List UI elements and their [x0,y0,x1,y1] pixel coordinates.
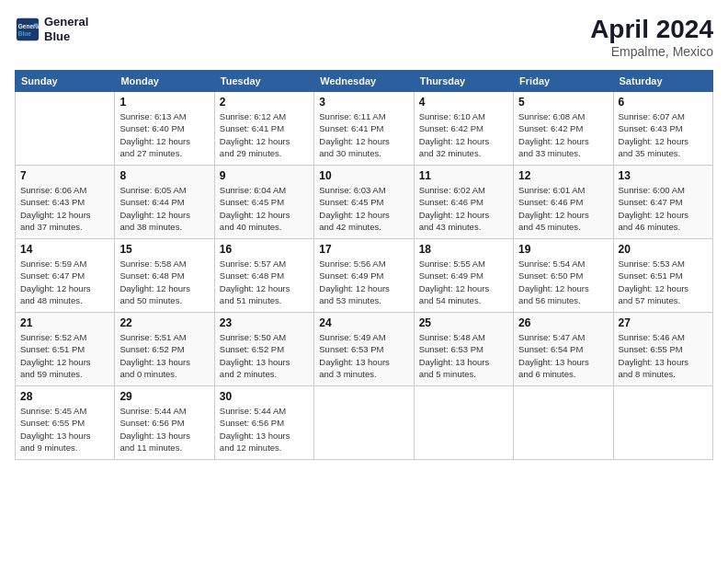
day-number: 5 [518,96,608,109]
day-info: Sunrise: 5:48 AM Sunset: 6:53 PM Dayligh… [419,331,508,380]
day-number: 7 [20,169,109,182]
column-header-monday: Monday [115,71,214,92]
calendar-cell: 23Sunrise: 5:50 AM Sunset: 6:52 PM Dayli… [214,313,313,386]
calendar-cell [514,386,613,460]
day-info: Sunrise: 5:49 AM Sunset: 6:53 PM Dayligh… [319,331,408,380]
day-info: Sunrise: 5:44 AM Sunset: 6:56 PM Dayligh… [119,405,209,454]
day-number: 15 [119,243,209,256]
calendar-cell: 13Sunrise: 6:00 AM Sunset: 6:47 PM Dayli… [613,166,712,239]
day-info: Sunrise: 5:44 AM Sunset: 6:56 PM Dayligh… [220,405,309,454]
calendar-cell: 20Sunrise: 5:53 AM Sunset: 6:51 PM Dayli… [613,239,712,313]
calendar-cell: 18Sunrise: 5:55 AM Sunset: 6:49 PM Dayli… [414,239,513,313]
logo-text-blue: Blue [44,29,88,44]
calendar-cell: 30Sunrise: 5:44 AM Sunset: 6:56 PM Dayli… [214,386,313,460]
day-info: Sunrise: 6:04 AM Sunset: 6:45 PM Dayligh… [220,184,309,233]
day-info: Sunrise: 5:50 AM Sunset: 6:52 PM Dayligh… [220,331,309,380]
calendar-cell: 26Sunrise: 5:47 AM Sunset: 6:54 PM Dayli… [514,313,613,386]
logo: General Blue General Blue [15,15,88,43]
day-info: Sunrise: 6:07 AM Sunset: 6:43 PM Dayligh… [619,110,708,159]
day-info: Sunrise: 5:56 AM Sunset: 6:49 PM Dayligh… [319,258,408,306]
calendar-cell: 19Sunrise: 5:54 AM Sunset: 6:50 PM Dayli… [514,239,613,313]
day-info: Sunrise: 6:05 AM Sunset: 6:44 PM Dayligh… [119,184,209,233]
calendar-cell: 1Sunrise: 6:13 AM Sunset: 6:40 PM Daylig… [115,92,214,166]
calendar-cell: 22Sunrise: 5:51 AM Sunset: 6:52 PM Dayli… [115,313,214,386]
calendar-cell: 24Sunrise: 5:49 AM Sunset: 6:53 PM Dayli… [314,313,414,386]
day-info: Sunrise: 6:12 AM Sunset: 6:41 PM Dayligh… [220,110,309,159]
calendar-cell: 28Sunrise: 5:45 AM Sunset: 6:55 PM Dayli… [16,386,115,460]
calendar-week-4: 21Sunrise: 5:52 AM Sunset: 6:51 PM Dayli… [16,313,713,386]
calendar-cell: 3Sunrise: 6:11 AM Sunset: 6:41 PM Daylig… [314,92,414,166]
day-number: 12 [518,169,608,182]
day-number: 24 [319,316,408,329]
day-info: Sunrise: 5:45 AM Sunset: 6:55 PM Dayligh… [20,405,109,454]
day-number: 16 [220,243,309,256]
day-info: Sunrise: 5:57 AM Sunset: 6:48 PM Dayligh… [220,258,309,306]
calendar-cell: 21Sunrise: 5:52 AM Sunset: 6:51 PM Dayli… [16,313,115,386]
column-header-thursday: Thursday [414,71,513,92]
column-header-tuesday: Tuesday [214,71,313,92]
calendar-cell: 17Sunrise: 5:56 AM Sunset: 6:49 PM Dayli… [314,239,414,313]
column-header-friday: Friday [514,71,613,92]
calendar-cell: 12Sunrise: 6:01 AM Sunset: 6:46 PM Dayli… [514,166,613,239]
calendar-cell [613,386,712,460]
day-number: 23 [220,316,309,329]
calendar-cell: 10Sunrise: 6:03 AM Sunset: 6:45 PM Dayli… [314,166,414,239]
day-number: 19 [518,243,608,256]
calendar-cell: 16Sunrise: 5:57 AM Sunset: 6:48 PM Dayli… [214,239,313,313]
day-info: Sunrise: 6:13 AM Sunset: 6:40 PM Dayligh… [119,110,209,159]
calendar-cell: 11Sunrise: 6:02 AM Sunset: 6:46 PM Dayli… [414,166,513,239]
day-info: Sunrise: 6:10 AM Sunset: 6:42 PM Dayligh… [419,110,508,159]
day-info: Sunrise: 5:52 AM Sunset: 6:51 PM Dayligh… [20,331,109,380]
calendar-cell: 7Sunrise: 6:06 AM Sunset: 6:43 PM Daylig… [16,166,115,239]
day-number: 2 [220,96,309,109]
day-number: 29 [119,390,209,403]
calendar-table: SundayMondayTuesdayWednesdayThursdayFrid… [15,70,713,460]
day-number: 30 [220,390,309,403]
calendar-cell [16,92,115,166]
calendar-week-1: 1Sunrise: 6:13 AM Sunset: 6:40 PM Daylig… [16,92,713,166]
logo-icon: General Blue [15,17,40,42]
day-number: 4 [419,96,508,109]
day-number: 9 [220,169,309,182]
day-number: 11 [419,169,508,182]
calendar-cell: 27Sunrise: 5:46 AM Sunset: 6:55 PM Dayli… [613,313,712,386]
month-title: April 2024 [590,15,713,44]
day-number: 21 [20,316,109,329]
day-info: Sunrise: 6:01 AM Sunset: 6:46 PM Dayligh… [518,184,608,233]
calendar-cell: 5Sunrise: 6:08 AM Sunset: 6:42 PM Daylig… [514,92,613,166]
day-number: 10 [319,169,408,182]
logo-text-general: General [44,15,88,29]
day-number: 17 [319,243,408,256]
day-number: 1 [119,96,209,109]
title-block: April 2024 Empalme, Mexico [590,15,713,59]
calendar-cell: 25Sunrise: 5:48 AM Sunset: 6:53 PM Dayli… [414,313,513,386]
calendar-week-2: 7Sunrise: 6:06 AM Sunset: 6:43 PM Daylig… [16,166,713,239]
calendar-cell: 9Sunrise: 6:04 AM Sunset: 6:45 PM Daylig… [214,166,313,239]
day-number: 8 [119,169,209,182]
day-number: 3 [319,96,408,109]
day-info: Sunrise: 5:47 AM Sunset: 6:54 PM Dayligh… [518,331,608,380]
day-info: Sunrise: 6:11 AM Sunset: 6:41 PM Dayligh… [319,110,408,159]
calendar-cell [314,386,414,460]
column-header-saturday: Saturday [613,71,712,92]
day-number: 6 [619,96,708,109]
day-info: Sunrise: 5:54 AM Sunset: 6:50 PM Dayligh… [518,258,608,306]
day-info: Sunrise: 5:53 AM Sunset: 6:51 PM Dayligh… [619,258,708,306]
day-info: Sunrise: 6:06 AM Sunset: 6:43 PM Dayligh… [20,184,109,233]
calendar-cell: 6Sunrise: 6:07 AM Sunset: 6:43 PM Daylig… [613,92,712,166]
page-header: General Blue General Blue April 2024 Emp… [15,15,713,59]
location-subtitle: Empalme, Mexico [590,44,713,59]
calendar-cell: 15Sunrise: 5:58 AM Sunset: 6:48 PM Dayli… [115,239,214,313]
day-number: 28 [20,390,109,403]
day-info: Sunrise: 6:00 AM Sunset: 6:47 PM Dayligh… [619,184,708,233]
day-info: Sunrise: 5:46 AM Sunset: 6:55 PM Dayligh… [619,331,708,380]
calendar-week-5: 28Sunrise: 5:45 AM Sunset: 6:55 PM Dayli… [16,386,713,460]
calendar-cell: 14Sunrise: 5:59 AM Sunset: 6:47 PM Dayli… [16,239,115,313]
day-info: Sunrise: 6:08 AM Sunset: 6:42 PM Dayligh… [518,110,608,159]
day-number: 27 [619,316,708,329]
calendar-cell [414,386,513,460]
day-info: Sunrise: 5:51 AM Sunset: 6:52 PM Dayligh… [119,331,209,380]
day-info: Sunrise: 5:58 AM Sunset: 6:48 PM Dayligh… [119,258,209,306]
calendar-cell: 8Sunrise: 6:05 AM Sunset: 6:44 PM Daylig… [115,166,214,239]
day-number: 14 [20,243,109,256]
